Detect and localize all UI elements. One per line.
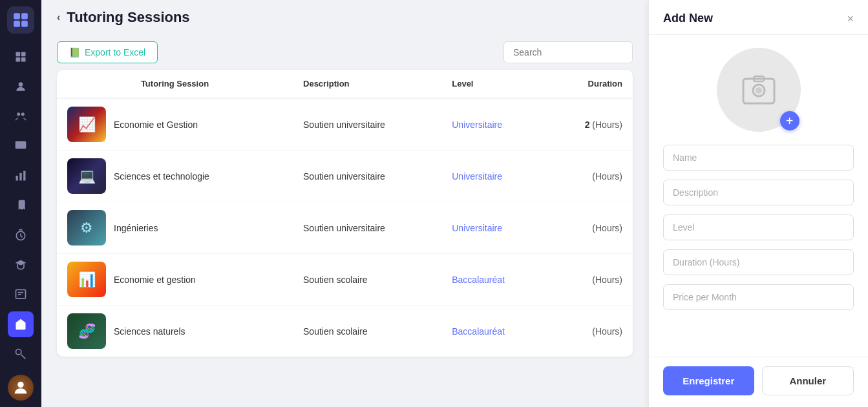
back-button[interactable]: ‹ (57, 12, 60, 23)
svg-rect-11 (16, 141, 26, 149)
svg-rect-13 (19, 173, 21, 181)
page-title: Tutoring Sessions (67, 9, 189, 26)
sidebar-item-certificate[interactable] (8, 282, 34, 308)
user-avatar[interactable] (8, 375, 34, 401)
description-cell: Soutien universitaire (293, 98, 441, 151)
sidebar-item-chart[interactable] (8, 163, 34, 189)
svg-point-9 (17, 112, 20, 116)
level-cell: Universitaire (441, 151, 548, 202)
svg-rect-12 (16, 176, 18, 181)
svg-point-10 (21, 112, 25, 116)
image-circle: + (717, 48, 801, 132)
app-logo (7, 6, 34, 34)
page-header: ‹ Tutoring Sessions (41, 0, 648, 35)
session-thumbnail: ⚙ (67, 210, 106, 245)
sidebar (0, 0, 41, 407)
sidebar-item-invoice[interactable] (8, 193, 34, 218)
search-input[interactable] (503, 41, 633, 63)
duration-cell: (Hours) (548, 202, 633, 254)
description-cell: Soutien scolaire (293, 306, 441, 357)
level-cell: Universitaire (441, 202, 548, 254)
sidebar-item-graduation[interactable] (8, 252, 34, 278)
duration-unit: (Hours) (592, 120, 622, 130)
main-content: ‹ Tutoring Sessions 📗 Export to Excel Tu… (41, 0, 648, 407)
description-input[interactable] (663, 180, 854, 205)
session-cell: 📊 Economie et gestion (57, 254, 293, 306)
level-cell: Universitaire (441, 98, 548, 151)
col-duration: Duration (548, 70, 633, 98)
sidebar-item-screen[interactable] (8, 133, 34, 159)
svg-rect-1 (21, 13, 28, 19)
sidebar-item-users[interactable] (8, 74, 34, 99)
add-image-button[interactable]: + (780, 111, 799, 130)
image-upload-area: + (663, 48, 854, 132)
svg-rect-2 (14, 21, 20, 27)
svg-rect-4 (16, 52, 21, 57)
cancel-button[interactable]: Annuler (762, 366, 854, 395)
duration-unit: (Hours) (592, 223, 622, 233)
duration-unit: (Hours) (592, 326, 622, 337)
duration-number: 2 (585, 120, 590, 130)
sidebar-item-dashboard[interactable] (8, 44, 34, 70)
table-row: ⚙ Ingénieries Soutien universitaire Univ… (57, 202, 633, 254)
description-cell: Soutien scolaire (293, 254, 441, 306)
image-placeholder-icon (742, 75, 776, 105)
session-cell: 📈 Economie et Gestion (57, 98, 293, 151)
duration-input[interactable] (663, 249, 854, 275)
name-input[interactable] (663, 145, 854, 171)
panel-body: + (649, 35, 868, 357)
save-button[interactable]: Enregistrer (663, 366, 754, 395)
level-cell: Baccalauréat (441, 254, 548, 306)
sidebar-item-key[interactable] (8, 341, 34, 367)
duration-cell: (Hours) (548, 254, 633, 306)
table-row: 📈 Economie et Gestion Soutien universita… (57, 98, 633, 151)
excel-icon: 📗 (69, 47, 80, 57)
col-level: Level (441, 70, 548, 98)
session-name: Sciences naturels (114, 326, 185, 337)
svg-point-20 (17, 382, 23, 388)
table-row: 🧬 Sciences naturels Soutien scolaire Bac… (57, 306, 633, 357)
session-thumbnail: 📈 (67, 107, 106, 142)
add-new-panel: Add New × + Enregistrer Ann (648, 0, 868, 407)
duration-unit: (Hours) (592, 275, 622, 285)
col-session: Tutoring Session (57, 70, 293, 98)
export-label: Export to Excel (85, 47, 145, 57)
price-input[interactable] (663, 284, 854, 310)
panel-header: Add New × (649, 0, 868, 35)
session-name: Ingénieries (114, 223, 158, 233)
svg-rect-3 (21, 21, 28, 27)
table-row: 📊 Economie et gestion Soutien scolaire B… (57, 254, 633, 306)
toolbar: 📗 Export to Excel (41, 35, 648, 70)
duration-unit: (Hours) (592, 171, 622, 182)
col-description: Description (293, 70, 441, 98)
session-cell: ⚙ Ingénieries (57, 202, 293, 254)
duration-cell: (Hours) (548, 151, 633, 202)
sessions-table: Tutoring Session Description Level Durat… (57, 70, 633, 357)
session-cell: 🧬 Sciences naturels (57, 306, 293, 357)
table-row: 💻 Sciences et technologie Soutien univer… (57, 151, 633, 202)
session-thumbnail: 📊 (67, 262, 106, 297)
svg-rect-5 (21, 52, 26, 57)
sessions-table-container: Tutoring Session Description Level Durat… (57, 70, 633, 357)
export-excel-button[interactable]: 📗 Export to Excel (57, 41, 158, 63)
duration-cell: 2 (Hours) (548, 98, 633, 151)
sidebar-item-students[interactable] (8, 103, 34, 129)
sidebar-item-timer[interactable] (8, 222, 34, 248)
session-thumbnail: 🧬 (67, 313, 106, 349)
svg-rect-0 (14, 13, 20, 19)
level-input[interactable] (663, 214, 854, 240)
svg-point-8 (19, 82, 23, 87)
level-cell: Baccalauréat (441, 306, 548, 357)
session-name: Sciences et technologie (114, 171, 209, 182)
svg-point-19 (16, 350, 21, 355)
panel-title: Add New (663, 12, 713, 25)
svg-rect-14 (23, 171, 25, 181)
svg-point-24 (756, 87, 762, 94)
session-name: Economie et gestion (114, 275, 196, 285)
session-thumbnail: 💻 (67, 158, 106, 194)
session-cell: 💻 Sciences et technologie (57, 151, 293, 202)
close-icon[interactable]: × (847, 13, 854, 25)
sidebar-item-tutoring[interactable] (8, 311, 34, 337)
panel-footer: Enregistrer Annuler (649, 357, 868, 407)
svg-rect-7 (21, 57, 26, 62)
